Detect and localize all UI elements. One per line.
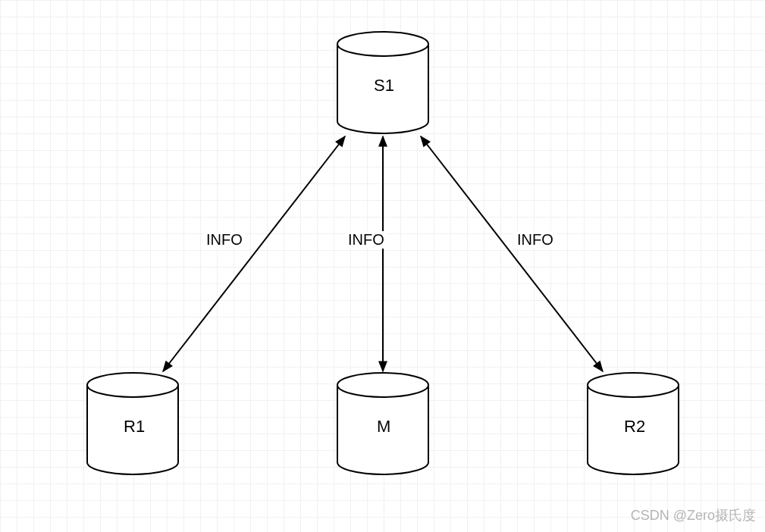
node-r2-label: R2 — [624, 417, 645, 437]
node-r1-label: R1 — [124, 417, 145, 437]
edge-r1-s1-label: INFO — [203, 231, 246, 249]
svg-point-19 — [588, 373, 679, 397]
svg-point-4 — [337, 32, 428, 56]
node-s1-label: S1 — [374, 76, 394, 95]
edge-m-s1-label: INFO — [345, 231, 387, 249]
watermark-text: CSDN @Zero摄氏度 — [631, 506, 756, 524]
edge-r2-s1-label: INFO — [514, 231, 557, 249]
svg-point-9 — [87, 373, 178, 397]
edge-r1-s1 — [163, 136, 345, 371]
edge-r2-s1 — [421, 136, 603, 371]
svg-point-14 — [337, 373, 428, 397]
diagram-canvas: S1 R1 M R2 INFO INFO INFO CSDN @Zero摄氏度 — [0, 0, 765, 532]
node-m-label: M — [377, 417, 390, 437]
